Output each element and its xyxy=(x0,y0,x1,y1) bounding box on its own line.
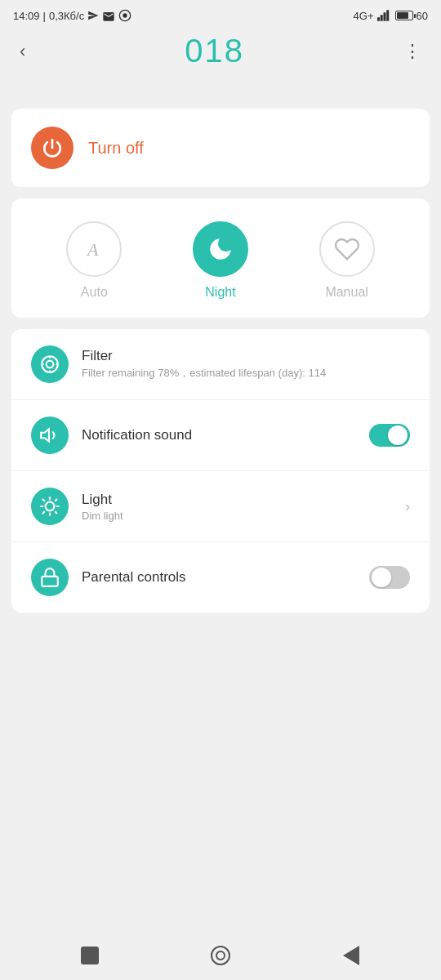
mode-night-circle xyxy=(193,221,248,277)
nav-recents-button[interactable] xyxy=(75,941,105,970)
mode-manual-circle xyxy=(319,221,375,277)
battery-label: 60 xyxy=(416,10,428,22)
svg-line-13 xyxy=(43,500,45,501)
filter-text: Filter Filter remaining 78%，estimated li… xyxy=(82,348,410,381)
notification-row: Notification sound xyxy=(11,400,430,471)
mode-night[interactable]: Night xyxy=(193,221,248,300)
svg-point-7 xyxy=(42,356,58,372)
home-icon xyxy=(211,946,230,965)
power-icon xyxy=(42,137,63,158)
mode-auto[interactable]: A Auto xyxy=(66,221,122,300)
filter-icon xyxy=(39,354,60,375)
network-speed: 0,3Кб/с xyxy=(49,10,84,22)
parental-toggle-knob xyxy=(372,568,391,587)
filter-title: Filter xyxy=(82,348,410,364)
light-subtitle: Dim light xyxy=(82,510,392,522)
svg-marker-9 xyxy=(41,429,49,441)
network-label: | xyxy=(43,10,46,22)
mode-card: A Auto Night xyxy=(11,198,430,318)
filter-subtitle: Filter remaining 78%，estimated lifespan … xyxy=(82,366,410,381)
night-icon xyxy=(207,235,234,263)
status-left: 14:09 | 0,3Кб/с xyxy=(13,9,131,22)
svg-text:A: A xyxy=(86,239,99,260)
notification-text: Notification sound xyxy=(82,427,356,443)
svg-rect-3 xyxy=(380,15,382,21)
parental-icon-circle xyxy=(31,559,69,596)
back-button[interactable]: ‹ xyxy=(13,38,32,65)
power-button[interactable] xyxy=(31,127,74,169)
auto-icon: A xyxy=(81,236,107,262)
notification-toggle[interactable] xyxy=(369,424,410,447)
svg-point-1 xyxy=(122,13,127,17)
send-icon xyxy=(87,10,99,21)
notification-icon xyxy=(39,425,60,446)
heart-icon xyxy=(334,236,360,262)
mode-manual-label: Manual xyxy=(325,285,368,300)
mode-auto-label: Auto xyxy=(81,285,108,300)
parental-row: Parental controls xyxy=(11,542,430,612)
time-label: 14:09 xyxy=(13,10,40,22)
light-icon-circle xyxy=(31,488,69,525)
signal-icon xyxy=(377,10,392,21)
bottom-nav xyxy=(0,931,441,980)
mail-icon xyxy=(102,10,115,21)
status-right: 4G+ 60 xyxy=(354,10,428,22)
nav-back-button[interactable] xyxy=(336,941,366,970)
nav-home-button[interactable] xyxy=(206,941,235,970)
parental-icon xyxy=(39,567,60,588)
more-button[interactable]: ⋮ xyxy=(397,38,428,65)
notification-title: Notification sound xyxy=(82,427,356,443)
mode-auto-circle: A xyxy=(66,221,122,277)
notification-icon-circle xyxy=(31,416,69,454)
svg-line-14 xyxy=(56,512,57,514)
connection-label: 4G+ xyxy=(354,10,374,22)
recents-icon xyxy=(81,947,99,964)
mode-options: A Auto Night xyxy=(31,221,410,300)
light-chevron: › xyxy=(405,498,410,515)
settings-card: Filter Filter remaining 78%，estimated li… xyxy=(11,329,430,612)
turn-off-label: Turn off xyxy=(88,139,144,158)
svg-rect-5 xyxy=(386,10,389,21)
light-title: Light xyxy=(82,492,392,508)
mode-night-label: Night xyxy=(205,285,235,300)
top-nav: ‹ 018 ⋮ xyxy=(0,29,441,76)
light-row[interactable]: Light Dim light › xyxy=(11,471,430,542)
parental-title: Parental controls xyxy=(82,569,356,586)
filter-icon-circle xyxy=(31,345,69,383)
toggle-knob xyxy=(388,425,408,445)
svg-rect-4 xyxy=(383,12,385,21)
parental-text: Parental controls xyxy=(82,569,356,586)
page-title: 018 xyxy=(185,33,244,69)
light-text: Light Dim light xyxy=(82,492,392,522)
light-icon xyxy=(39,496,60,517)
parental-toggle[interactable] xyxy=(369,566,410,589)
svg-line-17 xyxy=(43,512,45,514)
battery-icon xyxy=(395,11,413,20)
filter-row[interactable]: Filter Filter remaining 78%，estimated li… xyxy=(11,329,430,400)
back-icon xyxy=(343,946,359,965)
nav-icon xyxy=(118,9,131,22)
turn-off-card: Turn off xyxy=(11,109,430,187)
svg-rect-19 xyxy=(42,577,58,586)
svg-point-8 xyxy=(47,361,54,368)
svg-point-10 xyxy=(46,502,55,511)
status-bar: 14:09 | 0,3Кб/с 4G+ 60 xyxy=(0,0,441,29)
turn-off-row[interactable]: Turn off xyxy=(11,109,430,187)
svg-line-18 xyxy=(56,500,57,501)
svg-rect-2 xyxy=(377,17,380,21)
mode-manual[interactable]: Manual xyxy=(319,221,375,300)
